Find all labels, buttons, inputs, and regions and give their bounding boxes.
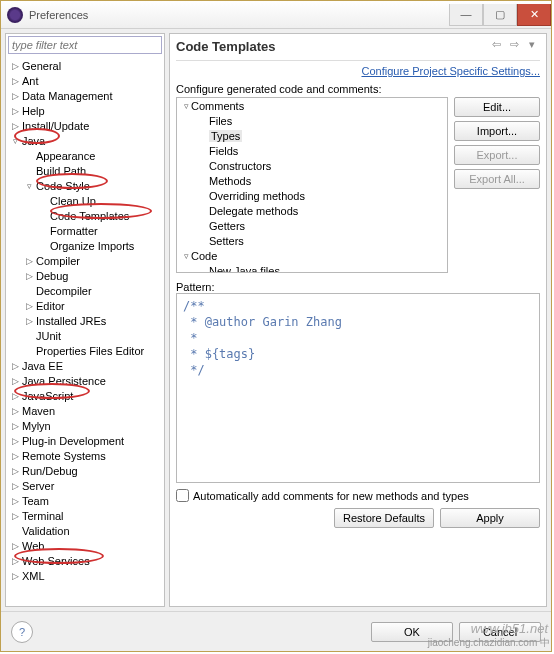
tree-item[interactable]: ▷Install/Update: [6, 118, 164, 133]
import-button[interactable]: Import...: [454, 121, 540, 141]
tree-item[interactable]: ▷Debug: [6, 268, 164, 283]
template-item[interactable]: Constructors: [177, 158, 447, 173]
titlebar[interactable]: Preferences — ▢ ✕: [1, 1, 551, 29]
tree-label: JUnit: [34, 330, 61, 342]
eclipse-icon: [7, 7, 23, 23]
tree-item[interactable]: Formatter: [6, 223, 164, 238]
tree-item[interactable]: Code Templates: [6, 208, 164, 223]
tree-item[interactable]: Build Path: [6, 163, 164, 178]
tree-label: Code Templates: [48, 210, 129, 222]
template-item[interactable]: New Java files: [177, 263, 447, 273]
twisty-icon: ▷: [10, 91, 20, 101]
tree-item[interactable]: Appearance: [6, 148, 164, 163]
apply-button[interactable]: Apply: [440, 508, 540, 528]
tree-label: Help: [20, 105, 45, 117]
twisty-icon: ▿: [10, 136, 20, 146]
tree-label: Code Style: [34, 180, 90, 192]
tree-item[interactable]: ▷Ant: [6, 73, 164, 88]
tree-item[interactable]: ▷Maven: [6, 403, 164, 418]
template-item[interactable]: Delegate methods: [177, 203, 447, 218]
tree-label: Clean Up: [48, 195, 96, 207]
twisty-icon: ▷: [10, 511, 20, 521]
tree-item[interactable]: Decompiler: [6, 283, 164, 298]
tree-label: Maven: [20, 405, 55, 417]
twisty-icon: ▷: [10, 451, 20, 461]
back-icon[interactable]: ⇦: [488, 38, 504, 54]
restore-defaults-button[interactable]: Restore Defaults: [334, 508, 434, 528]
pattern-label: Pattern:: [176, 281, 540, 293]
template-item[interactable]: Setters: [177, 233, 447, 248]
auto-comments-checkbox[interactable]: [176, 489, 189, 502]
template-label: Setters: [209, 235, 244, 247]
templates-tree[interactable]: ▿CommentsFilesTypesFieldsConstructorsMet…: [176, 97, 448, 273]
tree-label: Web Services: [20, 555, 90, 567]
tree-label: Properties Files Editor: [34, 345, 144, 357]
template-item[interactable]: Fields: [177, 143, 447, 158]
tree-item[interactable]: Organize Imports: [6, 238, 164, 253]
tree-item[interactable]: Clean Up: [6, 193, 164, 208]
tree-item[interactable]: ▷Data Management: [6, 88, 164, 103]
tree-label: Server: [20, 480, 54, 492]
tree-item[interactable]: ▷Server: [6, 478, 164, 493]
twisty-icon: ▷: [10, 481, 20, 491]
tree-item[interactable]: ▷XML: [6, 568, 164, 583]
twisty-icon: ▷: [10, 496, 20, 506]
tree-label: Web: [20, 540, 44, 552]
twisty-icon: ▷: [24, 271, 34, 281]
tree-item[interactable]: ▷Web: [6, 538, 164, 553]
tree-item[interactable]: Validation: [6, 523, 164, 538]
twisty-icon: ▷: [10, 121, 20, 131]
tree-item[interactable]: JUnit: [6, 328, 164, 343]
tree-item[interactable]: ▷Java Persistence: [6, 373, 164, 388]
pattern-box[interactable]: /** * @author Garin Zhang * * ${tags} */: [176, 293, 540, 483]
forward-icon[interactable]: ⇨: [506, 38, 522, 54]
twisty-icon: ▷: [10, 571, 20, 581]
tree-label: Install/Update: [20, 120, 89, 132]
filter-input[interactable]: [8, 36, 162, 54]
template-item[interactable]: ▿Code: [177, 248, 447, 263]
preferences-tree[interactable]: ▷General▷Ant▷Data Management▷Help▷Instal…: [6, 56, 164, 606]
template-item[interactable]: Getters: [177, 218, 447, 233]
tree-label: JavaScript: [20, 390, 73, 402]
tree-item[interactable]: ▷Plug-in Development: [6, 433, 164, 448]
tree-item[interactable]: ▷Java EE: [6, 358, 164, 373]
template-item[interactable]: Types: [177, 128, 447, 143]
tree-item[interactable]: ▷Compiler: [6, 253, 164, 268]
tree-item[interactable]: ▷Web Services: [6, 553, 164, 568]
configure-label: Configure generated code and comments:: [176, 83, 540, 95]
template-item[interactable]: ▿Comments: [177, 98, 447, 113]
tree-label: Java: [20, 135, 45, 147]
tree-label: Team: [20, 495, 49, 507]
tree-item[interactable]: ▷Remote Systems: [6, 448, 164, 463]
tree-item[interactable]: ▷JavaScript: [6, 388, 164, 403]
close-button[interactable]: ✕: [517, 4, 551, 26]
tree-item[interactable]: ▷Run/Debug: [6, 463, 164, 478]
menu-icon[interactable]: ▾: [524, 38, 540, 54]
twisty-icon: ▷: [10, 106, 20, 116]
template-label: Getters: [209, 220, 245, 232]
help-button[interactable]: ?: [11, 621, 33, 643]
tree-item[interactable]: ▷General: [6, 58, 164, 73]
tree-item[interactable]: ▷Help: [6, 103, 164, 118]
tree-label: Java Persistence: [20, 375, 106, 387]
export-all-button[interactable]: Export All...: [454, 169, 540, 189]
export-button[interactable]: Export...: [454, 145, 540, 165]
tree-item[interactable]: ▷Editor: [6, 298, 164, 313]
minimize-button[interactable]: —: [449, 4, 483, 26]
template-item[interactable]: Files: [177, 113, 447, 128]
tree-item[interactable]: ▷Mylyn: [6, 418, 164, 433]
edit-button[interactable]: Edit...: [454, 97, 540, 117]
tree-item[interactable]: ▿Java: [6, 133, 164, 148]
tree-item[interactable]: ▷Installed JREs: [6, 313, 164, 328]
tree-item[interactable]: ▿Code Style: [6, 178, 164, 193]
template-item[interactable]: Methods: [177, 173, 447, 188]
tree-item[interactable]: ▷Team: [6, 493, 164, 508]
pattern-code: /** * @author Garin Zhang * * ${tags} */: [177, 294, 539, 382]
tree-label: Installed JREs: [34, 315, 106, 327]
tree-item[interactable]: Properties Files Editor: [6, 343, 164, 358]
tree-item[interactable]: ▷Terminal: [6, 508, 164, 523]
project-settings-link[interactable]: Configure Project Specific Settings...: [176, 65, 540, 77]
tree-label: Editor: [34, 300, 65, 312]
maximize-button[interactable]: ▢: [483, 4, 517, 26]
template-item[interactable]: Overriding methods: [177, 188, 447, 203]
